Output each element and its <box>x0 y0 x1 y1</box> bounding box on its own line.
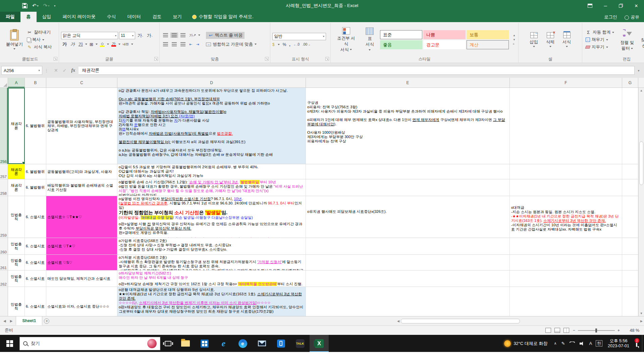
minimize-button[interactable]: ─ <box>598 0 613 11</box>
font-dialog-launcher-icon[interactable]: ↘ <box>154 57 158 61</box>
cell-D260[interactable]: o가압류 시효중단(168조 2호)-신청 전에 상대 사망-> 신청 부적법-… <box>117 238 306 254</box>
cell-A263[interactable]: 민법총칙 <box>8 287 25 316</box>
increase-decimal-icon[interactable]: ←.0 <box>293 43 300 46</box>
clipboard-dialog-launcher-icon[interactable]: ↘ <box>54 57 57 61</box>
row-header-262[interactable]: 262 <box>0 270 8 287</box>
italic-button[interactable]: 가 <box>69 41 76 48</box>
tab-페이지 레이아웃[interactable]: 페이지 레이아웃 <box>57 12 101 22</box>
zoom-thumb[interactable] <box>595 328 597 333</box>
share-button[interactable]: 공유 <box>625 14 639 20</box>
style-bad[interactable]: 나쁨 <box>423 30 466 39</box>
mail-button[interactable] <box>252 335 271 352</box>
sheet-next-icon[interactable]: ▶ <box>10 319 13 323</box>
zoom-level[interactable]: 48 % <box>623 328 639 333</box>
sheet-tab-sheet1[interactable]: Sheet1 <box>16 316 42 325</box>
cell-F263[interactable] <box>510 287 622 316</box>
insert-function-icon[interactable]: fx <box>71 68 75 73</box>
hscroll-right-icon[interactable]: ▶ <box>640 319 643 323</box>
cell-F258[interactable] <box>510 179 622 196</box>
fill-button[interactable]: ↓채우기 <box>584 37 615 43</box>
zoom-out-icon[interactable]: − <box>573 328 575 333</box>
file-explorer-button[interactable] <box>176 335 195 352</box>
row-header-259[interactable]: 259 <box>0 196 8 238</box>
taskbar-clock[interactable]: 오후 5:56 2023-07-01 <box>604 339 633 349</box>
tab-수식[interactable]: 수식 <box>101 12 122 22</box>
cell-E260[interactable] <box>306 238 510 254</box>
cell-G259[interactable] <box>622 196 638 238</box>
bold-button[interactable]: 가 <box>61 41 68 48</box>
font-color-button[interactable]: 가 <box>110 42 117 47</box>
align-bottom-icon[interactable] <box>179 33 187 38</box>
cell-G262[interactable] <box>622 270 638 287</box>
tab-보기[interactable]: 보기 <box>167 12 187 22</box>
save-icon[interactable] <box>22 3 28 8</box>
cell-E257[interactable] <box>306 164 510 179</box>
sort-filter-button[interactable]: ᄀᄒ 정렬 및필터 <box>618 27 637 53</box>
formula-input[interactable]: 채권각론 <box>78 66 635 75</box>
cell-A256[interactable]: 채권각론 <box>8 88 25 164</box>
cell-C259[interactable]: 소멸시효☆ ♡T★★♡ <box>46 196 117 238</box>
borders-button[interactable]: ⊞ <box>88 42 95 47</box>
wifi-icon[interactable] <box>567 342 577 346</box>
row-header-261[interactable]: 261 <box>0 255 8 270</box>
vertical-scroll-thumb[interactable] <box>639 141 643 185</box>
increase-indent-icon[interactable]: ⇥ <box>195 42 200 47</box>
style-neutral[interactable]: 보통 <box>467 30 509 39</box>
pen-icon[interactable]: ✎ <box>559 341 567 346</box>
cell-D263[interactable]: o은행 대여금채권 발생단으로 대여 상행위라 5년 상사시효.★★이자채권(1… <box>117 287 306 316</box>
cell-A259[interactable]: 민법총칙 <box>8 196 25 238</box>
row-header-257[interactable]: 257 <box>0 164 8 179</box>
gallery-scroll[interactable]: ▲▼≡ <box>511 34 516 46</box>
cell-A262[interactable]: 민법총칙 <box>8 270 25 287</box>
fill-color-button[interactable]: ◇ <box>99 41 106 47</box>
cell-C257[interactable]: 공동불법행위(고의)와 과실상계, 사용자 <box>46 164 117 179</box>
action-center-button[interactable]: 2 <box>633 341 642 347</box>
format-as-table-button[interactable]: 표서식 <box>362 26 378 53</box>
cell-C263[interactable]: 소멸시효와 이자, 소멸시효 중단☆☆☆ <box>46 287 117 316</box>
cell-C262[interactable]: 매도인 담보책임, 제척기간과 소멸시효 <box>46 270 117 287</box>
cell-B257[interactable]: 6. 불법행위 <box>25 164 46 179</box>
tell-me-box[interactable]: 수행할 작업을 알려 주세요. <box>187 12 258 22</box>
zoom-slider[interactable]: − + <box>573 328 620 333</box>
alignment-dialog-launcher-icon[interactable]: ↘ <box>265 57 269 61</box>
percent-icon[interactable]: % <box>283 42 286 47</box>
row-header-258[interactable]: 258 <box>0 179 8 196</box>
wrap-text-button[interactable]: ↩텍스트 줄 바꿈 <box>206 32 245 39</box>
cell-F256[interactable] <box>510 88 622 164</box>
cell-A260[interactable]: 민법총칙 <box>8 238 25 254</box>
decrease-indent-icon[interactable]: ⇤ <box>188 42 194 47</box>
weather-widget[interactable]: 32°C 대체로 화창 <box>500 340 551 347</box>
cell-G263[interactable] <box>622 287 638 316</box>
cell-B263[interactable]: 6. 소멸시효 <box>25 287 46 316</box>
style-calc[interactable]: 계산 <box>467 40 509 49</box>
show-desktop-button[interactable] <box>642 335 644 352</box>
ribbon-display-options-icon[interactable] <box>582 0 598 11</box>
align-center-icon[interactable] <box>170 42 178 47</box>
cell-F257[interactable] <box>510 164 622 179</box>
accounting-format-icon[interactable]: $ <box>272 42 275 47</box>
column-header-D[interactable]: D <box>117 78 306 87</box>
redo-icon[interactable]: ↷▾ <box>43 3 50 9</box>
phonetic-button[interactable]: 내천 <box>121 43 130 46</box>
style-warn[interactable]: 경고문 <box>423 40 466 49</box>
cell-E258[interactable] <box>306 179 510 196</box>
row-header-256[interactable]: 256 <box>0 88 8 164</box>
cell-G261[interactable] <box>622 255 638 270</box>
cell-E263[interactable]: <2>전부명령 <box>306 287 510 316</box>
normal-view-icon[interactable] <box>545 328 551 333</box>
ime-korean-indicator[interactable]: 한 <box>596 340 602 347</box>
cancel-entry-icon[interactable]: ✕ <box>54 68 58 73</box>
tab-파일[interactable]: 파일 <box>0 12 20 22</box>
format-cells-button[interactable]: 서식 <box>560 23 574 56</box>
row-header-263[interactable]: 263 <box>0 287 8 316</box>
paste-button[interactable]: 붙여넣기 <box>3 23 25 56</box>
cell-D259[interactable]: o실명법 이전 명의신탁자 부당이득반환 소멸시효 기산점? 96.7.1. 0… <box>117 196 306 238</box>
cell-B256[interactable]: 6. 불법행위 <box>25 88 46 164</box>
page-layout-view-icon[interactable] <box>554 328 560 333</box>
taskbar-search-input[interactable]: 찾기 <box>19 337 160 350</box>
hidden-icons-chevron[interactable]: ∧ <box>551 341 559 346</box>
number-format-combo[interactable]: 일반▾ <box>272 33 326 40</box>
new-sheet-button[interactable]: + <box>42 316 51 325</box>
cell-D261[interactable]: o가처분 시효중단(168조 2호)-사해행위 취소 확정판결로 발생한 등기말… <box>117 255 306 270</box>
conditional-formatting-button[interactable]: 조건부 서식서식 <box>333 26 360 54</box>
